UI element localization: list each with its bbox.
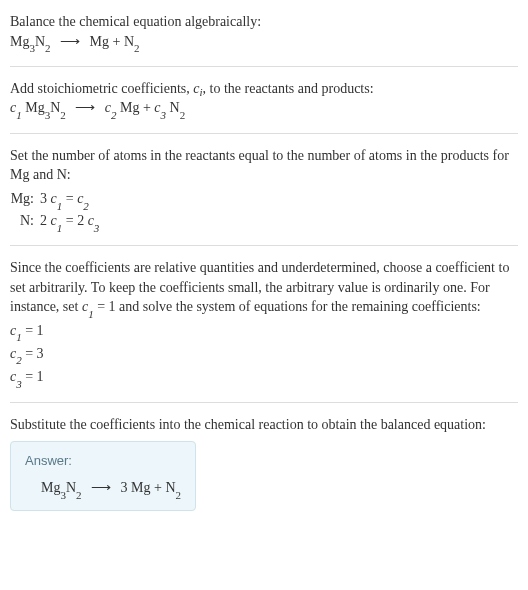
answer-box: Answer: Mg3N2 ⟶ 3 Mg + N2 xyxy=(10,441,196,511)
step-3: Set the number of atoms in the reactants… xyxy=(10,140,518,240)
coef-c1: c1 xyxy=(82,299,94,314)
text: = 1 and solve the system of equations fo… xyxy=(94,299,481,314)
element-label: N: xyxy=(10,211,40,233)
reactant-mg3n2: Mg3N2 xyxy=(41,480,82,495)
step-2: Add stoichiometric coefficients, ci, to … xyxy=(10,73,518,127)
step-4: Since the coefficients are relative quan… xyxy=(10,252,518,396)
species-mg: Mg + xyxy=(117,100,155,115)
solution-list: c1 = 1 c2 = 3 c3 = 1 xyxy=(10,321,518,390)
step2-instruction: Add stoichiometric coefficients, ci, to … xyxy=(10,79,518,99)
coef-c2: c2 xyxy=(105,100,117,115)
reaction-arrow: ⟶ xyxy=(91,478,111,498)
coef-c1: c1 xyxy=(10,100,22,115)
table-row: Mg: 3 c1 = c2 xyxy=(10,189,105,211)
step5-instruction: Substitute the coefficients into the che… xyxy=(10,415,518,435)
table-row: N: 2 c1 = 2 c3 xyxy=(10,211,105,233)
step-5: Substitute the coefficients into the che… xyxy=(10,409,518,517)
step1-instruction: Balance the chemical equation algebraica… xyxy=(10,12,518,32)
atom-balance-table: Mg: 3 c1 = c2 N: 2 c1 = 2 c3 xyxy=(10,189,105,233)
step2-equation: c1 Mg3N2 ⟶ c2 Mg + c3 N2 xyxy=(10,98,518,120)
divider xyxy=(10,66,518,67)
reactant-mg3n2: Mg3N2 xyxy=(10,34,51,49)
text: Add stoichiometric coefficients, xyxy=(10,81,193,96)
list-item: c2 = 3 xyxy=(10,344,518,366)
text: , to the reactants and products: xyxy=(203,81,374,96)
divider xyxy=(10,245,518,246)
species-mg3n2: Mg3N2 xyxy=(22,100,66,115)
balance-equation: 2 c1 = 2 c3 xyxy=(40,211,105,233)
element-label: Mg: xyxy=(10,189,40,211)
balance-equation: 3 c1 = c2 xyxy=(40,189,105,211)
coef-c3: c3 xyxy=(154,100,166,115)
step3-instruction: Set the number of atoms in the reactants… xyxy=(10,146,518,185)
reaction-arrow: ⟶ xyxy=(75,98,95,118)
reaction-arrow: ⟶ xyxy=(60,32,80,52)
list-item: c1 = 1 xyxy=(10,321,518,343)
step4-instruction: Since the coefficients are relative quan… xyxy=(10,258,518,319)
species-n2: N2 xyxy=(166,100,185,115)
ci-symbol: ci xyxy=(193,81,202,96)
answer-label: Answer: xyxy=(25,452,181,470)
list-item: c3 = 1 xyxy=(10,367,518,389)
divider xyxy=(10,402,518,403)
step-1: Balance the chemical equation algebraica… xyxy=(10,6,518,60)
divider xyxy=(10,133,518,134)
step1-equation: Mg3N2 ⟶ Mg + N2 xyxy=(10,32,518,54)
products: Mg + N2 xyxy=(90,34,140,49)
products: 3 Mg + N2 xyxy=(121,480,181,495)
balanced-equation: Mg3N2 ⟶ 3 Mg + N2 xyxy=(25,478,181,500)
